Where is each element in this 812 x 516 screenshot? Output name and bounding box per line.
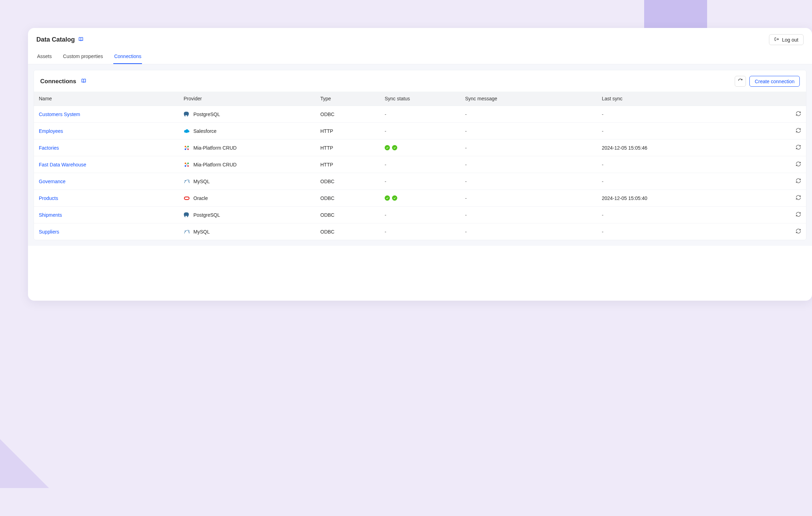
sync-message: - bbox=[460, 190, 597, 207]
check-icon bbox=[385, 145, 390, 150]
create-connection-button[interactable]: Create connection bbox=[749, 76, 800, 87]
connection-type: ODBC bbox=[315, 207, 380, 223]
page-title: Data Catalog bbox=[36, 36, 75, 43]
connections-panel: Connections Create connection bbox=[34, 70, 806, 240]
create-connection-label: Create connection bbox=[755, 79, 795, 84]
connection-link[interactable]: Fast Data Warehouse bbox=[39, 162, 86, 167]
tab-connections[interactable]: Connections bbox=[113, 50, 142, 64]
connection-link[interactable]: Products bbox=[39, 195, 58, 201]
last-sync: 2024-12-05 15:05:46 bbox=[597, 139, 758, 156]
sync-status: - bbox=[380, 123, 460, 139]
book-icon[interactable] bbox=[78, 36, 84, 43]
connection-link[interactable]: Shipments bbox=[39, 212, 62, 218]
svg-point-14 bbox=[185, 231, 185, 231]
col-type[interactable]: Type bbox=[315, 92, 380, 106]
tabs: AssetsCustom propertiesConnections bbox=[28, 50, 812, 64]
logout-label: Log out bbox=[782, 37, 798, 43]
connection-type: ODBC bbox=[315, 106, 380, 123]
last-sync: 2024-12-05 15:05:40 bbox=[597, 190, 758, 207]
row-sync-button[interactable] bbox=[796, 212, 801, 217]
check-icon bbox=[392, 145, 397, 150]
refresh-icon bbox=[738, 78, 743, 84]
salesforce-icon bbox=[184, 128, 190, 134]
table-row: ProductsOracleODBC-2024-12-05 15:05:40 bbox=[34, 190, 806, 207]
table-row: ShipmentsPostgreSQLODBC--- bbox=[34, 207, 806, 223]
mia-icon bbox=[184, 162, 190, 168]
last-sync: - bbox=[597, 156, 758, 173]
col-sync-message[interactable]: Sync message bbox=[460, 92, 597, 106]
provider-name: PostgreSQL bbox=[193, 112, 220, 117]
sync-status bbox=[380, 139, 460, 156]
svg-point-3 bbox=[186, 131, 188, 133]
row-sync-button[interactable] bbox=[796, 144, 801, 150]
sync-message: - bbox=[460, 139, 597, 156]
row-sync-button[interactable] bbox=[796, 161, 801, 167]
row-sync-button[interactable] bbox=[796, 195, 801, 200]
sync-status: - bbox=[380, 173, 460, 190]
connection-type: HTTP bbox=[315, 139, 380, 156]
postgresql-icon bbox=[184, 212, 190, 218]
provider-name: Mia-Platform CRUD bbox=[193, 162, 237, 167]
connection-link[interactable]: Customers System bbox=[39, 112, 80, 117]
sync-status: - bbox=[380, 106, 460, 123]
provider-name: MySQL bbox=[193, 179, 210, 184]
book-icon[interactable] bbox=[81, 78, 87, 85]
row-sync-button[interactable] bbox=[796, 178, 801, 184]
logout-button[interactable]: Log out bbox=[769, 34, 804, 45]
connection-type: ODBC bbox=[315, 223, 380, 240]
provider-name: Mia-Platform CRUD bbox=[193, 145, 237, 151]
last-sync: - bbox=[597, 223, 758, 240]
postgresql-icon bbox=[184, 111, 190, 117]
table-row: EmployeesSalesforceHTTP--- bbox=[34, 123, 806, 139]
last-sync: - bbox=[597, 173, 758, 190]
connections-table: Name Provider Type Sync status Sync mess… bbox=[34, 92, 806, 240]
connection-type: ODBC bbox=[315, 190, 380, 207]
last-sync: - bbox=[597, 207, 758, 223]
col-sync-status[interactable]: Sync status bbox=[380, 92, 460, 106]
connection-link[interactable]: Governance bbox=[39, 179, 65, 184]
panel-title: Connections bbox=[40, 78, 76, 85]
row-sync-button[interactable] bbox=[796, 111, 801, 116]
row-sync-button[interactable] bbox=[796, 128, 801, 133]
sync-message: - bbox=[460, 156, 597, 173]
check-icon bbox=[392, 195, 397, 201]
svg-point-12 bbox=[185, 180, 185, 181]
app-header: Data Catalog Log out bbox=[28, 28, 812, 50]
mia-icon bbox=[184, 145, 190, 151]
sync-message: - bbox=[460, 207, 597, 223]
tab-assets[interactable]: Assets bbox=[36, 50, 52, 64]
logout-icon bbox=[774, 37, 779, 43]
col-provider[interactable]: Provider bbox=[179, 92, 315, 106]
table-row: GovernanceMySQLODBC--- bbox=[34, 173, 806, 190]
sync-status bbox=[380, 190, 460, 207]
sync-message: - bbox=[460, 123, 597, 139]
refresh-button[interactable] bbox=[735, 76, 746, 87]
sync-message: - bbox=[460, 173, 597, 190]
table-row: FactoriesMia-Platform CRUDHTTP-2024-12-0… bbox=[34, 139, 806, 156]
mysql-icon bbox=[184, 229, 190, 235]
provider-name: PostgreSQL bbox=[193, 212, 220, 218]
sync-status: - bbox=[380, 156, 460, 173]
connection-link[interactable]: Factories bbox=[39, 145, 59, 151]
row-sync-button[interactable] bbox=[796, 228, 801, 234]
provider-name: MySQL bbox=[193, 229, 210, 235]
last-sync: - bbox=[597, 106, 758, 123]
provider-name: Salesforce bbox=[193, 128, 216, 134]
connection-link[interactable]: Employees bbox=[39, 128, 63, 134]
tab-custom-properties[interactable]: Custom properties bbox=[62, 50, 104, 64]
table-row: Fast Data WarehouseMia-Platform CRUDHTTP… bbox=[34, 156, 806, 173]
check-icon bbox=[385, 195, 390, 201]
col-name[interactable]: Name bbox=[34, 92, 179, 106]
svg-rect-13 bbox=[184, 197, 189, 200]
table-row: Customers SystemPostgreSQLODBC--- bbox=[34, 106, 806, 123]
connection-type: HTTP bbox=[315, 156, 380, 173]
sync-status: - bbox=[380, 223, 460, 240]
connection-link[interactable]: Suppliers bbox=[39, 229, 59, 235]
last-sync: - bbox=[597, 123, 758, 139]
connection-type: HTTP bbox=[315, 123, 380, 139]
app-window: Data Catalog Log out AssetsCustom proper… bbox=[28, 28, 812, 301]
col-last-sync[interactable]: Last sync bbox=[597, 92, 758, 106]
oracle-icon bbox=[184, 195, 190, 201]
sync-message: - bbox=[460, 106, 597, 123]
mysql-icon bbox=[184, 178, 190, 185]
